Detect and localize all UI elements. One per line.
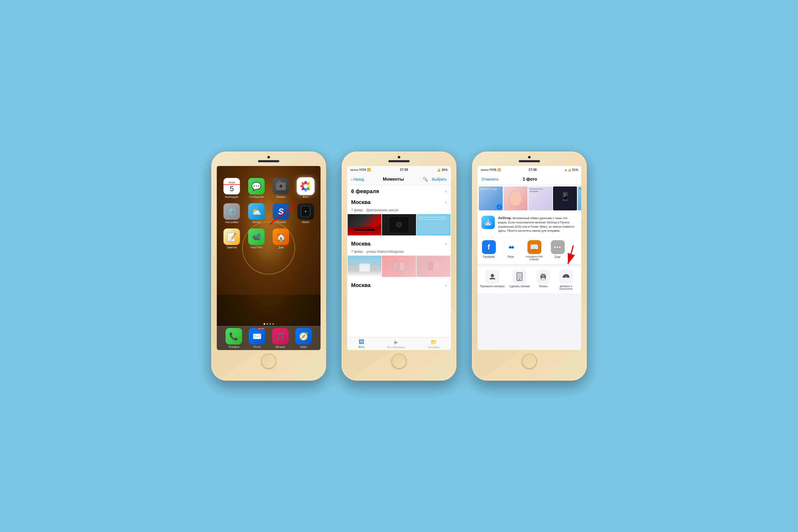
photo-thumb-phones-rose[interactable] [382,255,416,277]
share-more[interactable]: ••• Еще [549,240,566,261]
tab-memories-label: Воспоминания [387,346,405,349]
watch-icon [305,211,306,212]
strip-thumb-5[interactable]: Айм зе бест... [578,187,581,210]
watch-label: Watch [302,221,309,224]
app-icon-home[interactable]: 🏠 Дом [270,228,292,249]
svg-point-11 [491,274,494,277]
print-label: Печать [539,285,548,288]
tab-albums-label: Альбомы [428,346,439,349]
flickr-label: Flickr [508,255,514,258]
tab-photos[interactable]: 🖼 Фото [359,339,365,348]
dock-music[interactable]: 🎵 Музыка [272,328,289,348]
shazam-icon: S [278,207,284,216]
battery-2: 55% [442,168,448,171]
facetime-icon: 📹 [252,233,261,241]
svg-rect-18 [542,276,545,277]
select-button-2[interactable]: Выбрать [432,177,447,182]
action-contact[interactable]: Присвоить контакту [480,270,505,290]
app-icon-calendar[interactable]: среда 5 Календарь [221,178,243,198]
notes-icon: 📝 [227,232,237,242]
chevron-moscow2: › [445,241,447,247]
app-icon-photos[interactable]: Фото [295,178,317,198]
battery-3: 51% [572,168,578,171]
action-icloud[interactable]: Добавить в iCloud Drive [557,270,575,290]
tab-bar-2: 🖼 Фото ▶ Воспоминания 📁 Альбомы [347,337,451,350]
strip-thumb-2[interactable] [504,187,528,210]
front-camera-2 [398,156,400,158]
app-icon-weather[interactable]: ⛅ Погода [246,203,268,224]
app-icon-camera[interactable]: Камера [270,178,292,198]
home-app-label: Дом [279,246,284,249]
icloud-label: Добавить в iCloud Drive [557,285,575,290]
home-icon: 🏠 [276,232,286,242]
photo-thumb-blue[interactable]: ааааа ааааа аааа ааааа аааа аааа аааа аа… [417,214,450,235]
share-ibooks[interactable]: 📖 Сохранить PDF в iBooks [524,240,544,261]
photo-grid-moscow1: ааааа ааааа аааа ааааа аааа аааа аааа аа… [348,214,450,235]
dock-safari-label: Safari [300,345,307,348]
app-grid: среда 5 Календарь 💬 Сообщения [217,175,321,252]
svg-rect-16 [541,274,545,276]
carrier-3: ●●●●● YOTA [481,168,497,171]
settings-icon: ⚙️ [227,207,237,216]
screen-1: ●●●●● YOTA 📶 17:26 ⚡ 55% среда 5 Календа… [217,166,321,350]
strip-thumb-4[interactable]: 📱 [553,187,577,210]
app-icon-shazam[interactable]: S Shazam [270,203,292,224]
dock-mail[interactable]: ✉️ 25 340 Почта [249,328,265,348]
home-button-1[interactable] [261,354,276,369]
app-icon-watch[interactable]: Watch [295,203,317,224]
dock-music-label: Музыка [276,345,285,348]
status-bar-2: ●●●●● YOTA 📶 17:28 🔔 55% [347,166,451,173]
chevron-moscow3: › [445,283,447,288]
app-icon-facetime[interactable]: 📹 FaceTime [246,228,268,249]
shazam-label: Shazam [276,221,286,224]
share-flickr[interactable]: ●● Flickr [502,240,519,261]
strip-thumb-1[interactable]: ✓ Некоторые люди... [479,187,503,210]
photo-thumb-dark[interactable] [382,214,416,235]
photos-strip: ✓ Некоторые люди... Welcome to Our Newsl… [477,185,581,212]
search-button-2[interactable]: 🔍 [423,177,428,182]
section-header-moscow2: Москва › [347,238,451,248]
section-title-moscow2: Москва [351,241,370,247]
dock-safari[interactable]: 🧭 Safari [295,328,312,348]
nav-title-2: Моменты [383,177,404,182]
home-button-2[interactable] [392,354,406,369]
share-facebook[interactable]: f Facebook [480,240,497,261]
photo-thumb-phones-rose2[interactable] [417,255,450,277]
contact-label: Присвоить контакту [480,285,505,288]
section-header-feb6: 6 февраля › [347,185,451,196]
status-bar-3: ●●●●● YOTA 📶 17:38 ▲ 🔔 51% [477,166,581,173]
photos-list[interactable]: 6 февраля › Москва › 7 февр. · Дмитровск… [347,185,451,337]
calendar-label: Календарь [225,195,238,198]
photo-thumb-snow[interactable] [348,255,381,277]
app-icon-settings[interactable]: ⚙️ Настройки [221,203,243,224]
strip-thumb-3[interactable]: Welcome to Our Newsletter [528,187,552,210]
svg-rect-13 [517,274,521,280]
svg-point-14 [519,279,520,280]
iphone-3: ●●●●● YOTA 📶 17:38 ▲ 🔔 51% Отменить 1 фо… [472,152,587,380]
back-button-2[interactable]: ‹ Назад [351,177,364,182]
cancel-button-3[interactable]: Отменить [481,177,498,182]
chevron-moscow1: › [445,200,447,205]
dock-mail-label: Почта [253,345,261,348]
speaker-1 [258,160,279,162]
tab-albums[interactable]: 📁 Альбомы [428,339,439,349]
front-camera-3 [528,156,531,158]
dock-phone[interactable]: 📞 Телефон [226,328,242,348]
carrier-2: ●●●●● YOTA [350,168,366,171]
photo-thumb-vr[interactable] [348,214,381,235]
more-label: Еще [555,255,560,258]
home-button-3[interactable] [522,354,537,369]
tab-memories[interactable]: ▶ Воспоминания [387,339,405,349]
airdrop-section: AirDrop. Мгновенный обмен данными с теми… [477,212,581,237]
action-print[interactable]: Печать [535,270,552,290]
speaker-2 [388,160,410,162]
facetime-label: FaceTime [251,246,262,249]
time-3: 17:38 [529,168,537,172]
photos-label: Фото [302,195,308,198]
app-icon-messages[interactable]: 💬 Сообщения [246,178,268,198]
app-icon-notes[interactable]: 📝 Заметки [221,228,243,249]
action-wallpaper[interactable]: Сделать обоями [509,270,530,290]
music-icon: 🎵 [276,332,285,341]
iphone-1: ●●●●● YOTA 📶 17:26 ⚡ 55% среда 5 Календа… [211,152,326,380]
calendar-weekday: среда [224,181,240,185]
